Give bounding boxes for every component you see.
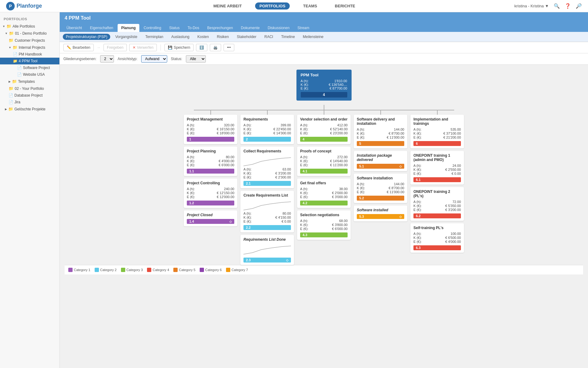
sidebar-item-demo-portfolio[interactable]: ▼ 📁 01 - Demo Portfolio	[0, 30, 59, 37]
wbs-card[interactable]: Project Planning A (h):80.00 K (€):€ 4'0…	[184, 147, 237, 176]
wbs-card[interactable]: Collect Requirements A (h):63.00 K (€):€…	[240, 147, 294, 188]
tab-todos[interactable]: To-Dos	[184, 24, 203, 32]
wbs-card[interactable]: Create Requirements List A (h):80.00 K (…	[240, 191, 294, 232]
tab-besprechungen[interactable]: Besprechungen	[204, 24, 237, 32]
more-button[interactable]: •••	[224, 44, 234, 51]
tab-ubersicht[interactable]: Übersicht	[63, 24, 86, 32]
tab-eigenschaften[interactable]: Eigenschaften	[86, 24, 117, 32]
wbs-card[interactable]: Software delivery and installation A (h)…	[354, 115, 407, 148]
sidebar-label: Gelöschte Projekte	[14, 107, 45, 111]
nav-right: kristina - Kristina ▼ 🔍 ❓ 🔎	[514, 3, 582, 9]
wbs-card[interactable]: Get final offers A (h):38.00 K (€):€ 2'0…	[297, 178, 351, 208]
card-num-badge: 5.3 ◇	[357, 214, 404, 219]
mini-chart	[243, 199, 291, 212]
wbs-card[interactable]: ONEPOINT training 1 (admin and PMO) A (h…	[410, 151, 464, 185]
sidebar-item-database-project[interactable]: 📄 Database Project	[0, 92, 59, 99]
wbs-card[interactable]: Project Controlling A (h):240.00 K (€):€…	[184, 178, 237, 208]
sidebar-item-software-project[interactable]: 📄 Software Project	[0, 64, 59, 71]
page-header: 4 PPM Tool	[60, 12, 588, 24]
tab-diskussionen[interactable]: Diskussionen	[264, 24, 293, 32]
tab-status[interactable]: Status	[165, 24, 183, 32]
sidebar-item-internal-projects[interactable]: ▼ 📁 Internal Projects	[0, 44, 59, 51]
page-title: 4 PPM Tool	[65, 15, 91, 21]
sidebar-item-website-usa[interactable]: 📄 Website USA	[0, 71, 59, 78]
sidebar-item-alle-portfolios[interactable]: ▼ 📁 Alle Portfolios	[0, 23, 59, 30]
wbs-column-col4: Software delivery and installation A (h)…	[354, 115, 407, 265]
print-button[interactable]: 🖨️	[210, 44, 221, 51]
x-icon: ✕	[133, 45, 136, 50]
release-button[interactable]: Freigeben	[104, 44, 127, 51]
tab-controlling[interactable]: Controlling	[140, 24, 165, 32]
discard-button[interactable]: ✕ Verwerfen	[129, 44, 157, 51]
subtab-meilensteine[interactable]: Meilensteine	[300, 34, 326, 40]
subtab-risiken[interactable]: Risiken	[214, 34, 232, 40]
subtab-auslastung[interactable]: Auslastung	[168, 34, 192, 40]
doc-icon: 📄	[9, 93, 13, 98]
sidebar-item-4ppm[interactable]: 📁 4 PPM Tool	[0, 58, 59, 64]
card-num-badge: 4.1	[300, 169, 348, 174]
tab-dokumente[interactable]: Dokumente	[237, 24, 263, 32]
nav-berichte[interactable]: BERICHTE	[330, 2, 359, 10]
card-num-badge: 5.1 ◇	[357, 164, 404, 169]
wbs-card[interactable]: Project Management A (h):320.00 K (€):€ …	[184, 115, 237, 144]
wbs-card[interactable]: Implementation and trainings A (h):535.0…	[410, 115, 464, 148]
subtab-timeline[interactable]: Timeline	[278, 34, 298, 40]
legend-item-6: Category 6	[200, 268, 222, 272]
nav-portfolios[interactable]: PORTFOLIOS	[255, 2, 290, 10]
sidebar-item-jira[interactable]: 📄 Jira	[0, 99, 59, 105]
subtab-kosten[interactable]: Kosten	[194, 34, 212, 40]
user-menu[interactable]: kristina - Kristina ▼	[514, 4, 549, 8]
wbs-card[interactable]: Vendor selection and order A (h):412.00 …	[297, 115, 351, 144]
zoom-icon[interactable]: 🔎	[576, 3, 582, 9]
card-title: Implementation and trainings	[413, 117, 461, 126]
subtab-psp[interactable]: Projektstrukturplan (PSP)	[63, 34, 110, 40]
wbs-card[interactable]: Installation package delivered 5.1 ◇	[354, 151, 407, 171]
wbs-card[interactable]: Project Closed 1.4 ◇	[184, 210, 237, 226]
subtab-terminplan[interactable]: Terminplan	[142, 34, 166, 40]
card-num: 2.3	[246, 258, 251, 262]
pencil-icon: ✏️	[67, 45, 71, 50]
wbs-card[interactable]: Self-training PL's A (h):100.00 K (€):€ …	[410, 223, 464, 253]
save-button[interactable]: 💾 Speichern	[164, 44, 194, 51]
card-num: 1	[189, 137, 191, 141]
card-title: Create Requirements List	[243, 193, 291, 197]
legend-item-2: Category 2	[95, 268, 117, 272]
card-num-badge: 1.2	[187, 201, 234, 205]
search-icon[interactable]: 🔍	[554, 3, 560, 9]
subtab-stakeholder[interactable]: Stakeholder	[234, 34, 259, 40]
wbs-card[interactable]: Software installed 5.3 ◇	[354, 205, 407, 221]
tab-stream[interactable]: Stream	[294, 24, 313, 32]
sidebar-item-your-portfolio[interactable]: 📁 02 - Your Portfolio	[0, 85, 59, 92]
sidebar-item-pm-handbook[interactable]: 📄 PM Handbook	[0, 51, 59, 58]
subtab-vorgangsliste[interactable]: Vorgangsliste	[112, 34, 140, 40]
nav-teams[interactable]: TEAMS	[299, 2, 322, 10]
card-title: Project Management	[187, 117, 234, 121]
nav-meine-arbeit[interactable]: MEINE ARBEIT	[209, 2, 246, 10]
sidebar-item-geloeschte[interactable]: ▶ 📁 Gelöschte Projekte	[0, 105, 59, 113]
edit-button[interactable]: ✏️ Bearbeiten	[63, 44, 94, 51]
sidebar-item-templates[interactable]: ▶ 📁 Templates	[0, 78, 59, 85]
help-icon[interactable]: ❓	[565, 3, 571, 9]
info-button[interactable]: ℹ️	[196, 44, 207, 51]
sidebar-label: Customer Projects	[15, 38, 45, 43]
wbs-card[interactable]: Proofs of concept A (h):272.00 K (€):€ 1…	[297, 147, 351, 176]
card-num-badge: 5.2	[357, 196, 404, 201]
wbs-card[interactable]: Requirements A (h):399.00 K (€):€ 22'450…	[240, 115, 294, 144]
subtab-raci[interactable]: RACI	[261, 34, 276, 40]
wbs-card[interactable]: Software installation A (h):144.00 K (€)…	[354, 174, 407, 203]
tab-planung[interactable]: Planung	[118, 24, 139, 32]
gliederung-select[interactable]: 2 1 3	[100, 55, 114, 63]
root-a-value: 1'810.00	[334, 79, 347, 83]
card-num-badge: 2	[243, 137, 291, 142]
card-num-badge: 1.4 ◇	[187, 219, 234, 224]
triangle-icon: ▼	[9, 46, 11, 49]
sidebar-item-customer-projects[interactable]: 📁 Customer Projects	[0, 37, 59, 44]
wbs-card[interactable]: Selection negotiations A (h):68.00 K (€)…	[297, 210, 351, 240]
wbs-card[interactable]: Requirements List Done 2.3 ◇	[240, 235, 294, 265]
root-card-num: 4	[301, 92, 347, 98]
status-select[interactable]: Alle Aktiv	[186, 55, 206, 63]
card-num-badge: 6.2	[413, 213, 461, 218]
ansicht-select[interactable]: Aufwand Kosten	[141, 55, 167, 63]
wbs-card[interactable]: ONEPOINT training 2 (PL's) A (h):72.00 K…	[410, 187, 464, 221]
layout: PORTFOLIOS ▼ 📁 Alle Portfolios ▼ 📁 01 - …	[0, 12, 588, 368]
